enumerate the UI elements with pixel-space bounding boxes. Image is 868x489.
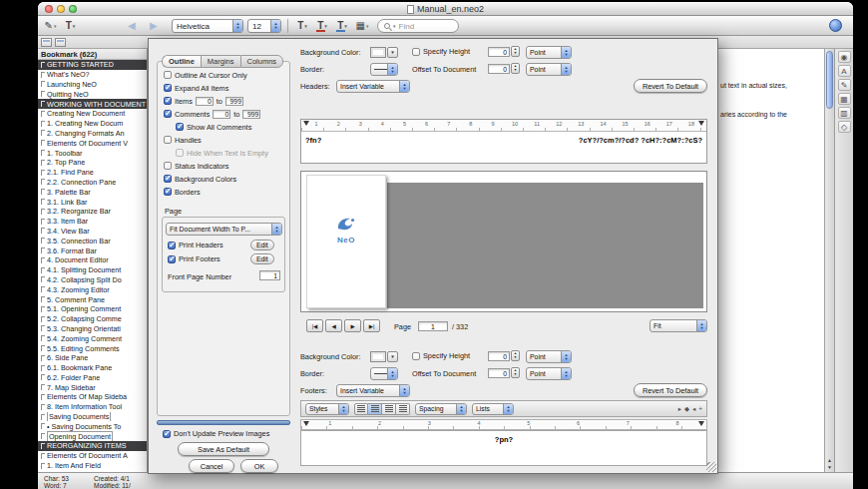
footer-ruler[interactable]: 12345678 — [300, 419, 707, 430]
bookmark-item[interactable]: 3.3. Item Bar — [38, 217, 147, 227]
items-to-field[interactable]: 999 — [225, 97, 243, 106]
footers-offset-stepper[interactable] — [511, 367, 520, 378]
headers-offset-unit-popup[interactable]: Point — [526, 63, 572, 76]
bookmark-item[interactable]: 2.2. Connection Pane — [38, 178, 147, 188]
palette-tool-icon[interactable]: ▦ — [838, 93, 851, 105]
scroll-down-icon[interactable]: ▼ — [825, 464, 834, 470]
cancel-button[interactable]: Cancel — [189, 459, 234, 473]
align-right-button[interactable] — [382, 403, 396, 415]
bookmark-item[interactable]: 5.4. Zooming Comment — [38, 333, 147, 343]
headers-offset-field[interactable]: 0 — [488, 64, 510, 74]
bookmark-item[interactable]: 2.1. Find Pane — [38, 168, 147, 178]
bookmark-item[interactable]: WORKING WITH DOCUMENT — [38, 99, 147, 109]
edit-headers-button[interactable]: Edit — [250, 240, 274, 250]
footers-offset-field[interactable]: 0 — [488, 368, 510, 378]
palette-tool-icon[interactable]: ▥ — [838, 107, 851, 119]
option-items-range[interactable]: Items 0 to 999 — [164, 96, 243, 106]
page-width-popup[interactable]: Fit Document Width To P... — [166, 223, 282, 236]
footers-color-dropdown[interactable] — [387, 351, 398, 362]
vertical-scrollbar[interactable]: ▲ ▼ — [824, 49, 834, 472]
previous-page-button[interactable]: ◀ — [325, 319, 342, 332]
bookmark-item[interactable]: 4.1. Splitting Document — [38, 265, 147, 275]
lists-popup[interactable]: Lists — [472, 403, 514, 415]
bookmark-item[interactable]: 7. Map Sidebar — [38, 382, 147, 392]
format-nav-icon[interactable]: ▸ — [678, 405, 681, 413]
checkbox-icon[interactable] — [164, 188, 172, 196]
checkbox-icon[interactable] — [168, 255, 176, 263]
styles-popup[interactable]: Styles — [305, 403, 349, 415]
footers-specify-height-option[interactable]: Specify Height — [412, 351, 470, 360]
tab-margins[interactable]: Margins — [201, 55, 240, 68]
scrollbar-thumb[interactable] — [826, 51, 833, 109]
title-bar[interactable]: Manual_en.neo2 — [38, 2, 853, 16]
bookmark-item[interactable]: REORGANIZING ITEMS — [38, 441, 147, 451]
footers-height-stepper[interactable] — [511, 350, 520, 361]
option-expand-all-items[interactable]: Expand All Items — [164, 83, 228, 93]
save-as-default-button[interactable]: Save As Default — [178, 442, 269, 456]
bookmark-item[interactable]: • Saving Documents To — [38, 421, 147, 431]
search-field[interactable]: ▾ Find — [377, 19, 459, 33]
bookmark-item[interactable]: GETTING STARTED — [38, 60, 147, 70]
format-nav-icon[interactable]: ◂ — [692, 405, 695, 413]
back-button[interactable]: ◀ — [128, 20, 136, 31]
font-size-combo[interactable]: 12 — [247, 19, 281, 33]
option-background-colors[interactable]: Background Colors — [164, 174, 236, 184]
bookmark-item[interactable]: Opening Document — [38, 431, 147, 441]
bookmark-item[interactable]: 5.1. Opening Comment — [38, 304, 147, 314]
headers-color-well[interactable] — [370, 47, 386, 58]
next-page-button[interactable]: ▶ — [344, 319, 361, 332]
headers-height-unit-popup[interactable]: Point — [526, 46, 572, 59]
footers-insert-variable-popup[interactable]: Insert Variable — [336, 384, 410, 397]
footers-height-unit-popup[interactable]: Point — [526, 350, 572, 363]
footers-height-field[interactable]: 0 — [488, 351, 510, 361]
palette-tool-icon[interactable]: ✎ — [838, 79, 851, 91]
headers-color-dropdown[interactable] — [387, 47, 398, 58]
bookmark-item[interactable]: 6.1. Bookmark Pane — [38, 363, 147, 373]
bookmark-item[interactable]: Saving Documents — [38, 412, 147, 422]
format-nav-icon[interactable]: ◆ — [684, 405, 689, 413]
bookmark-item[interactable]: Elements Of Document A — [38, 451, 147, 461]
bookmark-item[interactable]: 1. Tooolbar — [38, 148, 147, 158]
footers-color-well[interactable] — [370, 351, 386, 362]
highlight-color-button[interactable]: T▾ — [333, 18, 351, 33]
header-content-area[interactable]: ?fn? ?cY?/?cm?/?cd? ?cH?:?cM?:?cS? — [301, 132, 706, 163]
option-print-headers[interactable]: Print Headers — [168, 241, 223, 249]
bookmark-item[interactable]: 5.3. Changing Orientati — [38, 324, 147, 334]
checkbox-icon[interactable] — [164, 162, 172, 170]
headers-height-field[interactable]: 0 — [488, 47, 510, 57]
text-tool-button[interactable]: T▾ — [62, 18, 79, 33]
spacing-popup[interactable]: Spacing — [415, 403, 467, 415]
header-filename-variable[interactable]: ?fn? — [305, 136, 321, 145]
bookmark-item[interactable]: Elements Of Document V — [38, 138, 147, 148]
header-editor[interactable]: 123456789101112131415161718 ?fn? ?cY?/?c… — [300, 119, 707, 164]
bookmark-item[interactable]: 5. Comment Pane — [38, 294, 147, 304]
footers-offset-unit-popup[interactable]: Point — [526, 367, 572, 380]
bookmark-item[interactable]: 8. Item Information Tool — [38, 402, 147, 412]
bookmark-item[interactable]: What's NeO? — [38, 70, 147, 80]
checkbox-icon[interactable] — [164, 71, 172, 79]
bookmark-item[interactable]: Elements Of Map Sideba — [38, 392, 147, 402]
option-handles[interactable]: Handles — [164, 135, 202, 145]
headers-border-popup[interactable] — [370, 63, 398, 76]
bookmark-item[interactable]: 6.2. Folder Pane — [38, 373, 147, 383]
bookmark-item[interactable]: 5.2. Collapsing Comme — [38, 314, 147, 324]
checkbox-icon[interactable] — [168, 242, 176, 249]
checkbox-icon[interactable] — [164, 110, 172, 118]
zoom-fit-popup[interactable]: Fit — [650, 319, 707, 332]
option-comments-range[interactable]: Comments 0 to 999 — [164, 109, 260, 119]
align-center-button[interactable] — [368, 403, 382, 415]
ok-button[interactable]: OK — [240, 459, 278, 473]
header-datetime-variable[interactable]: ?cY?/?cm?/?cd? ?cH?:?cM?:?cS? — [579, 136, 702, 145]
forward-button[interactable]: ▶ — [150, 20, 158, 31]
checkbox-icon[interactable] — [412, 48, 420, 56]
checkbox-icon[interactable] — [176, 123, 184, 131]
bookmark-item[interactable]: 2. Changing Formats An — [38, 129, 147, 139]
footers-revert-button[interactable]: Revert To Default — [634, 383, 707, 397]
option-show-all-comments[interactable]: Show All Comments — [176, 122, 251, 132]
option-status-indicators[interactable]: Status Indicators — [164, 161, 228, 171]
font-style-button[interactable]: T▾ — [293, 18, 311, 33]
bookmark-item[interactable]: 4.2. Collapsing Split Do — [38, 275, 147, 285]
align-left-button[interactable] — [354, 403, 368, 415]
option-outline-at-cursor-only[interactable]: Outline At Cursor Only — [164, 70, 247, 80]
footer-pagenumber-variable[interactable]: ?pn? — [301, 435, 706, 444]
